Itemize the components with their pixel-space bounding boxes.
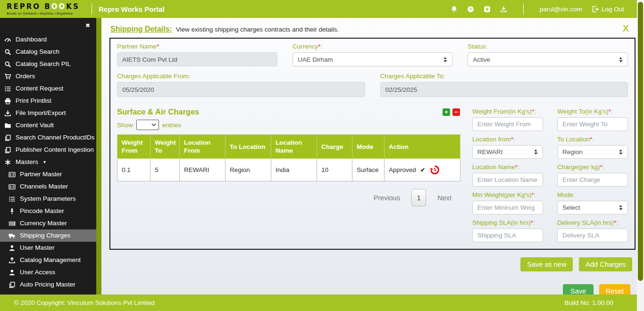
folder-icon (4, 122, 11, 129)
save-as-new-button[interactable]: Save as new (520, 257, 573, 271)
next-page-button[interactable]: Next (437, 194, 452, 202)
delivery-sla-input[interactable] (557, 229, 628, 242)
mode-label: Mode: (557, 191, 628, 199)
brand-name: REPRO BOOKS (7, 3, 85, 10)
sidebar-item-orders[interactable]: Orders (0, 70, 96, 82)
copy-icon (4, 147, 11, 154)
sidebar-item-label: Catalog Management (20, 256, 81, 264)
sidebar-item-user-access[interactable]: User Access (0, 266, 96, 278)
search-icon (4, 61, 11, 68)
sidebar-item-label: Currency Master (20, 220, 67, 227)
upload-icon (8, 257, 16, 264)
weight-from-input[interactable] (472, 117, 543, 131)
logout-button[interactable]: Log Out (592, 6, 624, 13)
select-arrows-icon (443, 57, 447, 63)
page-number-button[interactable]: 1 (411, 189, 426, 206)
check-icon: ✔ (420, 166, 426, 173)
mode-select[interactable]: Select (557, 201, 628, 214)
delivery-sla-label: Delivery SLA(in hrs)*: (557, 219, 628, 227)
bell-icon[interactable] (451, 6, 458, 13)
footer-bar: © 2020 Copyright: Vinculum Solutions Pvt… (0, 295, 644, 311)
portal-title: Repro Works Portal (99, 5, 165, 13)
save-button[interactable]: Save (563, 284, 594, 295)
weight-to-input[interactable] (557, 117, 628, 131)
to-location-select[interactable]: Region (557, 145, 628, 159)
sidebar-item-user-master[interactable]: User Master (0, 242, 96, 254)
sidebar-item-dashboard[interactable]: Dashboard (0, 33, 96, 46)
location-name-label: Location Name*: (472, 163, 543, 171)
reset-button[interactable]: Reset (599, 284, 630, 295)
min-weight-field-group: Min Weight(per Kg's)*: (472, 191, 543, 214)
page-subtitle: View existing shipping charges contracts… (176, 26, 339, 33)
sidebar-item-catalog-search[interactable]: Catalog Search (0, 46, 96, 58)
location-name-input[interactable] (472, 173, 543, 187)
sidebar-item-masters[interactable]: Masters▾ (0, 156, 96, 168)
to-location-label: To Location*: (557, 135, 628, 143)
sidebar-item-label: Masters (16, 158, 38, 166)
sidebar-item-label: Shipping Charges (20, 232, 70, 239)
cell-weight-from: 0.1 (117, 159, 151, 181)
sidebar-item-publisher-content-ingestion[interactable]: Publisher Content Ingestion (0, 144, 96, 156)
sidebar-item-content-request[interactable]: Content Request (0, 82, 96, 95)
help-icon[interactable] (467, 6, 474, 13)
col-location-from: Location From (180, 135, 226, 159)
status-select[interactable]: Active (468, 52, 628, 66)
sidebar-nav: ✖ Dashboard Catalog Search Catalog Searc… (0, 18, 96, 295)
currency-select[interactable]: UAE Dirham (293, 52, 453, 66)
list-icon (8, 196, 16, 203)
cell-to-location: Region (226, 159, 271, 181)
sidebar-item-currency-master[interactable]: Currency Master (0, 217, 96, 229)
sidebar-item-label: Content Vault (16, 122, 54, 129)
partner-name-field-group: Partner Name*: (117, 42, 277, 66)
sidebar-item-label: Print Printlist (16, 97, 51, 105)
close-icon[interactable]: X (623, 24, 629, 33)
sidebar-item-shipping-charges[interactable]: Shipping Charges (0, 229, 96, 242)
scrollbar-thumb[interactable] (638, 2, 643, 281)
sidebar-item-system-parameters[interactable]: System Parameters (0, 193, 96, 205)
sidebar-item-catalog-management[interactable]: Catalog Management (0, 254, 96, 266)
download-icon[interactable] (500, 6, 507, 13)
sidebar-item-content-vault[interactable]: Content Vault (0, 119, 96, 131)
add-charges-button[interactable]: Add Charges (579, 257, 632, 271)
sidebar-item-label: System Parameters (20, 195, 76, 203)
cell-weight-to: 5 (151, 159, 180, 181)
sidebar-item-print-printlist[interactable]: Print Printlist (0, 95, 96, 107)
weight-to-field-group: Weight To(in Kg's)*: (557, 107, 628, 131)
location-from-field-group: Location from*: REWARI (472, 135, 543, 159)
previous-page-button[interactable]: Previous (374, 194, 400, 202)
history-icon[interactable] (430, 165, 440, 175)
sidebar-item-auto-pricing-master[interactable]: Auto Pricing Master (0, 278, 96, 291)
sidebar-item-file-import-export[interactable]: File Import/Export (0, 107, 96, 119)
add-row-button[interactable]: + (443, 108, 450, 116)
user-email: parul@vin.com (540, 6, 582, 13)
charges-table: Weight From Weight To Location From To L… (117, 134, 460, 181)
entries-label: entries (162, 122, 182, 129)
location-name-field-group: Location Name*: (472, 163, 543, 187)
sidebar-item-catalog-search-pil[interactable]: Catalog Search PIL (0, 58, 96, 70)
select-arrows-icon (619, 57, 623, 63)
partner-name-label: Partner Name*: (117, 42, 277, 50)
delivery-sla-field-group: Delivery SLA(in hrs)*: (557, 219, 628, 242)
chevron-down-icon (151, 123, 156, 126)
entries-select[interactable] (136, 120, 159, 130)
sidebar-item-pincode-master[interactable]: Pincode Master (0, 205, 96, 217)
sidebar-close-icon[interactable]: ✖ (85, 22, 90, 29)
charge-per-kg-label: Charge(per kg)*: (557, 163, 628, 171)
show-label: Show (117, 122, 133, 129)
idcard-icon (8, 171, 16, 178)
remove-row-button[interactable]: − (452, 108, 460, 116)
sidebar-item-search-channel-productids[interactable]: Search Channel ProductIDs (0, 131, 96, 144)
user-icon (8, 245, 16, 252)
min-weight-input[interactable] (472, 201, 543, 214)
sidebar-item-label: File Import/Export (16, 109, 66, 117)
charge-input[interactable] (557, 173, 628, 187)
sidebar-item-channels-master[interactable]: Channels Master (0, 180, 96, 193)
location-from-select[interactable]: REWARI (472, 145, 543, 159)
sidebar-item-partner-master[interactable]: Partner Master (0, 168, 96, 180)
build-number: Build No: 1.00.00 (564, 299, 613, 306)
add-icon[interactable] (484, 6, 491, 13)
charges-to-label: Charges Applicable To: (380, 72, 628, 80)
col-charge: Charge (317, 135, 352, 159)
shipping-sla-input[interactable] (472, 229, 543, 242)
asterisk-icon (4, 159, 11, 166)
